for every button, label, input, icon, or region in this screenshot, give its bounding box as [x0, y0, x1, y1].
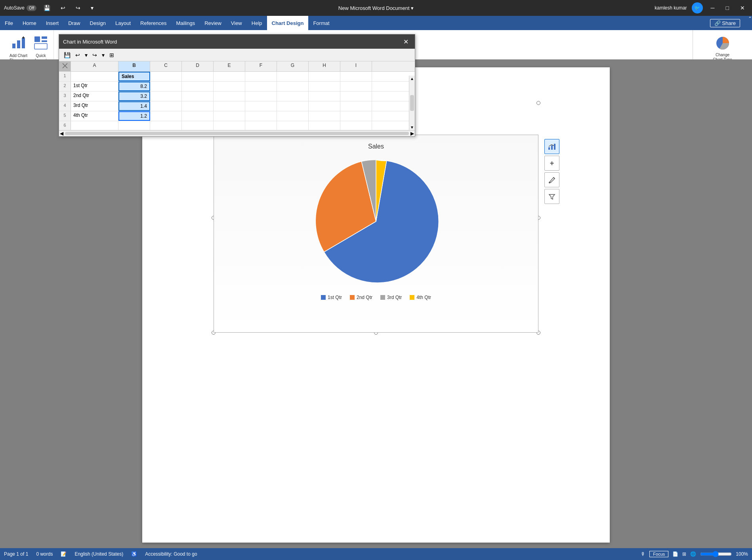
menu-item-design[interactable]: Design [85, 16, 111, 30]
cell-f2[interactable] [245, 82, 277, 91]
col-header-i[interactable]: I [340, 61, 372, 71]
cell-c3[interactable] [150, 91, 182, 101]
cell-i5[interactable] [340, 111, 372, 121]
horizontal-scrollbar[interactable]: ◀ ▶ [59, 130, 415, 136]
cell-b5[interactable]: 1.2 [118, 111, 150, 121]
cell-c4[interactable] [150, 101, 182, 111]
cell-e2[interactable] [214, 82, 245, 91]
cell-b6[interactable] [118, 121, 150, 130]
cell-d2[interactable] [182, 82, 214, 91]
cell-d4[interactable] [182, 101, 214, 111]
cell-g6[interactable] [277, 121, 309, 130]
col-header-e[interactable]: E [214, 61, 245, 71]
cell-b1[interactable]: Sales [118, 72, 150, 81]
view-layout-icon[interactable]: 📄 [672, 551, 678, 557]
autosave-toggle[interactable]: Off [27, 5, 36, 11]
cell-d5[interactable] [182, 111, 214, 121]
cell-d1[interactable] [182, 72, 214, 81]
cell-a1[interactable] [71, 72, 118, 81]
ribbon-collapse-icon[interactable]: ⌃ [748, 16, 752, 30]
cell-c5[interactable] [150, 111, 182, 121]
save-button[interactable]: 💾 [40, 4, 53, 12]
cell-b2[interactable]: 8.2 [118, 82, 150, 91]
cell-i4[interactable] [340, 101, 372, 111]
scroll-up-btn[interactable]: ▲ [410, 76, 414, 81]
col-header-g[interactable]: G [277, 61, 309, 71]
dialog-undo-button[interactable]: ↩ [74, 51, 82, 59]
cell-h1[interactable] [309, 72, 340, 81]
cell-e5[interactable] [214, 111, 245, 121]
cell-h6[interactable] [309, 121, 340, 130]
cell-a2[interactable]: 1st Qtr [71, 82, 118, 91]
cell-f1[interactable] [245, 72, 277, 81]
dialog-close-button[interactable]: ✕ [401, 37, 411, 46]
chart-paint-button[interactable] [544, 172, 559, 187]
menu-item-mailings[interactable]: Mailings [172, 16, 200, 30]
cell-a4[interactable]: 3rd Qtr [71, 101, 118, 111]
cell-i3[interactable] [340, 91, 372, 101]
cell-g5[interactable] [277, 111, 309, 121]
handle-tr[interactable] [536, 101, 540, 105]
cell-h4[interactable] [309, 101, 340, 111]
menu-item-help[interactable]: Help [247, 16, 267, 30]
cell-g3[interactable] [277, 91, 309, 101]
dialog-redo-dropdown[interactable]: ▾ [100, 51, 106, 59]
minimize-button[interactable]: ─ [708, 4, 718, 12]
view-grid-icon[interactable]: ⊞ [682, 551, 686, 557]
chart-filter-button[interactable] [544, 189, 559, 204]
cell-g2[interactable] [277, 82, 309, 91]
cell-a5[interactable]: 4th Qtr [71, 111, 118, 121]
cell-i6[interactable] [340, 121, 372, 130]
cell-e1[interactable] [214, 72, 245, 81]
share-button[interactable]: 🔗 Share [705, 16, 745, 30]
cell-f6[interactable] [245, 121, 277, 130]
cell-e3[interactable] [214, 91, 245, 101]
col-header-a[interactable]: A [71, 61, 118, 71]
cell-h2[interactable] [309, 82, 340, 91]
menu-item-format[interactable]: Format [308, 16, 334, 30]
restore-button[interactable]: □ [723, 4, 732, 12]
cell-a3[interactable]: 2nd Qtr [71, 91, 118, 101]
vertical-scrollbar[interactable]: ▲ ▼ [409, 76, 415, 130]
dialog-redo-button[interactable]: ↪ [91, 51, 99, 59]
cell-g1[interactable] [277, 72, 309, 81]
redo-button[interactable]: ↪ [73, 4, 84, 12]
menu-item-home[interactable]: Home [18, 16, 41, 30]
cell-c1[interactable] [150, 72, 182, 81]
menu-item-review[interactable]: Review [200, 16, 226, 30]
menu-item-file[interactable]: File [0, 16, 18, 30]
scroll-thumb-v[interactable] [410, 95, 414, 111]
zoom-slider[interactable] [700, 551, 732, 557]
scroll-thumb[interactable] [65, 132, 409, 135]
chart-container[interactable]: Sales [214, 135, 538, 333]
undo-button[interactable]: ↩ [57, 4, 69, 12]
cell-h3[interactable] [309, 91, 340, 101]
col-header-h[interactable]: H [309, 61, 340, 71]
menu-item-chart-design[interactable]: Chart Design [267, 16, 309, 30]
menu-item-draw[interactable]: Draw [63, 16, 85, 30]
cell-e4[interactable] [214, 101, 245, 111]
dialog-undo-dropdown[interactable]: ▾ [83, 51, 89, 59]
cell-f3[interactable] [245, 91, 277, 101]
chart-add-element-button[interactable]: + [544, 156, 559, 171]
close-button[interactable]: ✕ [737, 4, 748, 12]
cell-f4[interactable] [245, 101, 277, 111]
dialog-save-button[interactable]: 💾 [62, 51, 72, 59]
cell-e6[interactable] [214, 121, 245, 130]
col-header-c[interactable]: C [150, 61, 182, 71]
cell-c2[interactable] [150, 82, 182, 91]
col-header-d[interactable]: D [182, 61, 214, 71]
chart-style-button[interactable] [544, 139, 559, 154]
scroll-right-btn[interactable]: ▶ [410, 131, 414, 136]
focus-button[interactable]: Focus [649, 551, 668, 557]
cell-i2[interactable] [340, 82, 372, 91]
view-web-icon[interactable]: 🌐 [690, 551, 696, 557]
cell-i1[interactable] [340, 72, 372, 81]
cell-b3[interactable]: 3.2 [118, 91, 150, 101]
menu-item-view[interactable]: View [226, 16, 247, 30]
menu-item-layout[interactable]: Layout [111, 16, 136, 30]
menu-item-insert[interactable]: Insert [41, 16, 64, 30]
dialog-excel-button[interactable]: ⊞ [108, 51, 116, 59]
scroll-left-btn[interactable]: ◀ [60, 131, 63, 136]
cell-a6[interactable] [71, 121, 118, 130]
